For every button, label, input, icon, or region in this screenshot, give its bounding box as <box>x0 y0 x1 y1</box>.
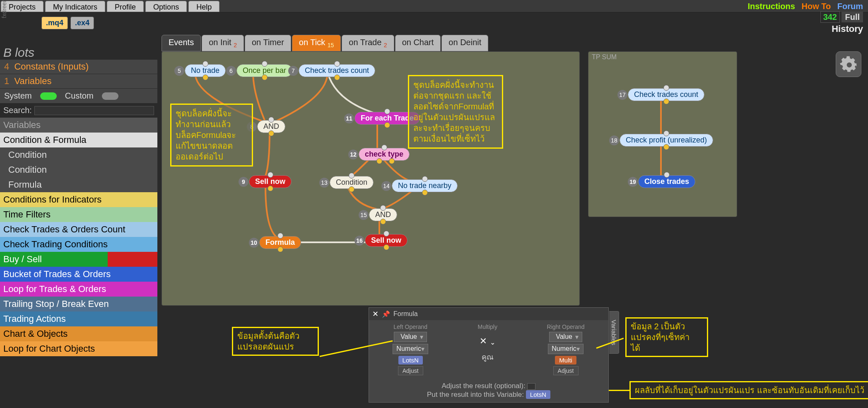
link-instructions[interactable]: Instructions <box>747 2 795 11</box>
tab-on-chart[interactable]: on Chart <box>395 35 441 51</box>
tab-on-init[interactable]: on Init 2 <box>202 35 244 51</box>
node-no-trade-nearby[interactable]: 14No trade nearby <box>392 179 458 192</box>
custom-toggle[interactable] <box>102 92 118 100</box>
formula-title: Formula <box>393 310 418 318</box>
node-formula[interactable]: 10Formula <box>259 236 301 249</box>
put-result-var[interactable]: LotsN <box>526 390 550 399</box>
formula-variables-tab[interactable]: Variables <box>609 311 619 354</box>
right-value-select[interactable]: Value▾ <box>549 332 582 342</box>
annotation-c: ข้อมูลตั้งต้นคือตัว แปรลอตผันแปร <box>232 327 319 356</box>
variables-count: 1 <box>4 76 9 86</box>
cat-condition-1[interactable]: Condition <box>0 147 157 162</box>
cat-variables-header: Variables <box>0 118 157 133</box>
formula-panel[interactable]: Variables ✕ 📌 Formula Left Operand Value… <box>369 307 609 403</box>
node-condition[interactable]: 13Condition <box>330 176 374 189</box>
cat-check-trades-count[interactable]: Check Trades & Orders Count <box>0 222 157 237</box>
menubar: Projects My Indicators Profile Options H… <box>0 0 868 12</box>
export-ex4-button[interactable]: .ex4 <box>70 17 94 29</box>
tpsum-panel[interactable]: TP SUM 17Check trades count 18Check prof… <box>588 51 737 217</box>
sidebar: B lots 4 Constants (Inputs) 1 Variables … <box>0 46 157 356</box>
left-adjust-button[interactable]: Adjust <box>398 366 423 375</box>
tpsum-header: TP SUM <box>588 52 737 63</box>
cat-condition-formula[interactable]: Condition & Formula <box>0 133 157 147</box>
menu-profile[interactable]: Profile <box>107 1 144 12</box>
event-tabs: Events on Init 2 on Timer on Tick 15 on … <box>162 35 864 51</box>
system-toggle[interactable] <box>40 92 57 100</box>
formula-close-icon[interactable]: ✕ <box>372 309 379 319</box>
annotation-a: ชุดบล็อคฝั่งนี้จะ ทำงานก่อนแล้ว บล็อคFor… <box>170 104 253 167</box>
constants-count: 4 <box>4 61 9 72</box>
annotation-b: ชุดบล็อคฝั่งนี้จะทำงาน ต่อจากชุดแรก และใ… <box>408 75 503 149</box>
put-result-label: Put the result into this Variable: <box>427 391 524 398</box>
node-and-1[interactable]: 8AND <box>257 120 285 133</box>
settings-wrench-icon[interactable] <box>836 51 861 77</box>
cat-bucket-trades[interactable]: Bucket of Trades & Orders <box>0 267 157 282</box>
node-sell-now-2[interactable]: 16Sell now <box>365 234 407 247</box>
sidebar-variables[interactable]: 1 Variables <box>0 74 157 89</box>
menu-help[interactable]: Help <box>188 1 219 12</box>
formula-pin-icon[interactable]: 📌 <box>382 310 390 318</box>
node-check-trades-count[interactable]: 7Check trades count <box>299 64 375 77</box>
project-title: B lots <box>0 46 157 60</box>
menu-my-indicators[interactable]: My Indicators <box>45 1 105 12</box>
cat-condition-2[interactable]: Condition <box>0 162 157 177</box>
main-flow-panel[interactable]: 5No trade 6Once per bar 7Check trades co… <box>162 51 580 306</box>
multiply-operator[interactable]: × ⌄ <box>476 332 499 350</box>
right-var-multi[interactable]: Multi <box>555 356 576 365</box>
node-close-trades[interactable]: 19Close trades <box>638 175 695 188</box>
view-full-button[interactable]: Full <box>841 12 863 22</box>
cat-check-trading-conditions[interactable]: Check Trading Conditions <box>0 237 157 252</box>
annotation-d: ข้อมูล 2 เป็นตัว แปรคงที่ๆเซ็ทค่า ได้ <box>625 317 708 357</box>
toolbar-row: .mq4 .ex4 342 Full History <box>0 12 868 33</box>
link-howto[interactable]: How To <box>801 2 831 11</box>
tab-on-deinit[interactable]: on Deinit <box>441 35 488 51</box>
node-no-trade[interactable]: 5No trade <box>185 64 226 77</box>
cat-buy-sell[interactable]: Buy / Sell <box>0 252 157 267</box>
left-numeric-select[interactable]: Numeric▾ <box>393 344 428 354</box>
top-links: Instructions How To Forum <box>743 2 863 11</box>
left-var-lotsn[interactable]: LotsN <box>398 356 423 365</box>
cat-chart-objects[interactable]: Chart & Objects <box>0 326 157 341</box>
tab-on-trade[interactable]: on Trade 2 <box>342 35 394 51</box>
node-check-profit[interactable]: 18Check profit (unrealized) <box>620 134 713 147</box>
left-value-select[interactable]: Value▾ <box>394 332 427 342</box>
cat-conditions-indicators[interactable]: Conditions for Indicators <box>0 192 157 207</box>
tab-events[interactable]: Events <box>162 35 201 51</box>
search-input[interactable] <box>34 106 154 115</box>
sidebar-constants[interactable]: 4 Constants (Inputs) <box>0 60 157 74</box>
cat-trading-actions[interactable]: Trading Actions <box>0 311 157 326</box>
node-and-2[interactable]: 15AND <box>369 208 397 221</box>
canvas: Events on Init 2 on Timer on Tick 15 on … <box>162 35 864 408</box>
cat-loop-chart-objects[interactable]: Loop for Chart Objects <box>0 341 157 356</box>
history-link[interactable]: History <box>820 24 863 34</box>
connector-e <box>609 390 629 391</box>
cat-time-filters[interactable]: Time Filters <box>0 207 157 222</box>
variables-label: Variables <box>14 76 51 86</box>
multiply-thai-label: คูณ <box>476 350 499 364</box>
search-label: Search: <box>3 106 32 115</box>
left-operand-header: Left Operand <box>393 324 428 330</box>
tab-on-timer[interactable]: on Timer <box>245 35 291 51</box>
cat-trailing-stop[interactable]: Trailing Stop / Break Even <box>0 297 157 311</box>
annotation-e: ผลลับที่ได้เก็บอยู่ในตัวแปรผันแปร และซ้อ… <box>629 381 868 399</box>
multiply-header: Multiply <box>476 324 499 330</box>
cat-formula[interactable]: Formula <box>0 177 157 192</box>
export-mq4-button[interactable]: .mq4 <box>41 17 68 29</box>
node-sell-now-1[interactable]: 9Sell now <box>249 175 292 188</box>
right-adjust-button[interactable]: Adjust <box>553 366 579 375</box>
constants-label: Constants (Inputs) <box>14 61 89 72</box>
right-numeric-select[interactable]: Numeric▾ <box>548 344 583 354</box>
tab-on-tick[interactable]: on Tick 15 <box>292 35 341 51</box>
custom-label: Custom <box>65 91 94 101</box>
link-forum[interactable]: Forum <box>837 2 863 11</box>
block-count: 342 <box>820 11 840 23</box>
adjust-result-label: Adjust the result (optional): <box>373 382 604 390</box>
node-check-type[interactable]: 12check type <box>359 148 410 161</box>
menu-options[interactable]: Options <box>145 1 187 12</box>
right-operand-header: Right Operand <box>547 324 585 330</box>
node-check-trades-count-2[interactable]: 17Check trades count <box>628 88 704 101</box>
cat-loop-trades[interactable]: Loop for Trades & Orders <box>0 282 157 297</box>
system-label: System <box>4 91 32 101</box>
node-once-per-bar[interactable]: 6Once per bar <box>236 64 292 77</box>
